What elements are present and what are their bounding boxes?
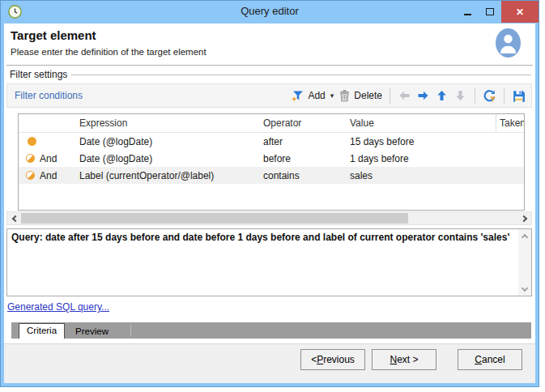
horizontal-scrollbar[interactable] [6, 211, 532, 225]
scroll-left-icon [11, 215, 18, 221]
scroll-right-icon [520, 215, 526, 221]
scroll-up-icon [522, 233, 528, 240]
filter-toolbar: Filter conditions Add ▾ [6, 83, 532, 108]
refresh-filter-icon[interactable] [483, 89, 496, 103]
tab-criteria[interactable]: Criteria [19, 323, 65, 339]
value-cell: 1 days before [350, 153, 496, 164]
condition-icon [28, 137, 36, 146]
move-right-icon[interactable] [416, 89, 430, 102]
cancel-button[interactable]: Cancel [458, 349, 522, 370]
generated-sql-query-link[interactable]: Generated SQL query... [7, 301, 109, 313]
scroll-down-button[interactable] [518, 283, 531, 296]
groupbox-line [71, 75, 531, 75]
scroll-up-button[interactable] [518, 229, 531, 242]
scroll-down-icon [522, 284, 528, 291]
close-button[interactable]: ✕ [501, 1, 539, 23]
table-row[interactable]: Date (@logDate) after 15 days before [19, 133, 524, 150]
operator-cell: contains [263, 170, 350, 181]
delete-label: Delete [354, 90, 382, 101]
chevron-down-icon[interactable]: ▾ [330, 92, 334, 100]
expression-cell: Label (currentOperator/@label) [79, 170, 263, 181]
toolbar-separator [475, 87, 475, 104]
move-up-icon[interactable] [435, 89, 449, 102]
header-divider [6, 65, 533, 66]
operator-cell: before [263, 153, 350, 164]
add-button[interactable]: Add [292, 89, 325, 102]
tab-separator [130, 325, 131, 336]
next-button[interactable]: Next > [372, 349, 436, 370]
value-cell: 15 days before [350, 136, 496, 147]
value-cell: sales [350, 170, 496, 181]
maximize-icon [486, 8, 494, 15]
save-icon[interactable] [512, 89, 526, 103]
column-header-value[interactable]: Value [350, 117, 496, 129]
add-filter-icon [292, 89, 304, 102]
tab-strip: Criteria Preview [11, 322, 531, 339]
table-row[interactable]: And Date (@logDate) before 1 days before [19, 150, 524, 167]
column-header-operator[interactable]: Operator [263, 117, 350, 129]
filter-conditions-title: Filter conditions [7, 90, 83, 101]
toolbar-separator [504, 87, 505, 104]
table-header-row: Expression Operator Value Taken [19, 114, 524, 133]
scroll-right-button[interactable] [517, 212, 531, 224]
scrollbar-thumb[interactable] [21, 213, 408, 224]
close-icon: ✕ [516, 6, 524, 18]
toolbar-separator [390, 87, 390, 104]
delete-button[interactable]: Delete [338, 89, 382, 102]
operator-cell: after [263, 136, 350, 147]
table-row[interactable]: And Label (currentOperator/@label) conta… [19, 167, 524, 184]
query-editor-window: Query editor ✕ Target element Please ent… [0, 0, 539, 387]
previous-button[interactable]: < Previous [300, 349, 365, 370]
conditions-table[interactable]: Expression Operator Value Taken Date (@l… [18, 113, 525, 211]
column-header-expression[interactable]: Expression [79, 117, 263, 129]
titlebar: Query editor ✕ [1, 1, 539, 23]
dialog-client-area: Target element Please enter the definiti… [4, 23, 535, 383]
move-left-icon[interactable] [398, 89, 411, 102]
column-header-taken[interactable]: Taken [496, 114, 524, 132]
query-preview-text: Query: date after 15 days before and dat… [11, 232, 513, 244]
and-condition-icon [26, 154, 35, 163]
expression-cell: Date (@logDate) [79, 136, 263, 147]
page-subtitle: Please enter the definition of the targe… [11, 47, 207, 57]
move-down-icon[interactable] [453, 89, 467, 102]
maximize-button[interactable] [479, 1, 501, 23]
scroll-left-button[interactable] [7, 212, 21, 224]
page-title: Target element [11, 28, 96, 42]
minimize-button[interactable] [456, 1, 479, 23]
query-preview-box[interactable]: Query: date after 15 days before and dat… [6, 228, 532, 296]
footer: < Previous Next > Cancel [4, 343, 535, 383]
trash-icon [338, 89, 351, 102]
and-condition-icon [26, 171, 35, 180]
conjunction-label: And [40, 170, 57, 181]
tab-preview[interactable]: Preview [68, 325, 116, 339]
add-label: Add [308, 90, 325, 101]
filter-settings-label: Filter settings [10, 69, 71, 80]
vertical-scrollbar[interactable] [518, 229, 531, 296]
conjunction-label: And [40, 153, 57, 164]
minimize-icon [464, 14, 471, 15]
expression-cell: Date (@logDate) [79, 153, 263, 164]
person-icon [496, 28, 521, 58]
